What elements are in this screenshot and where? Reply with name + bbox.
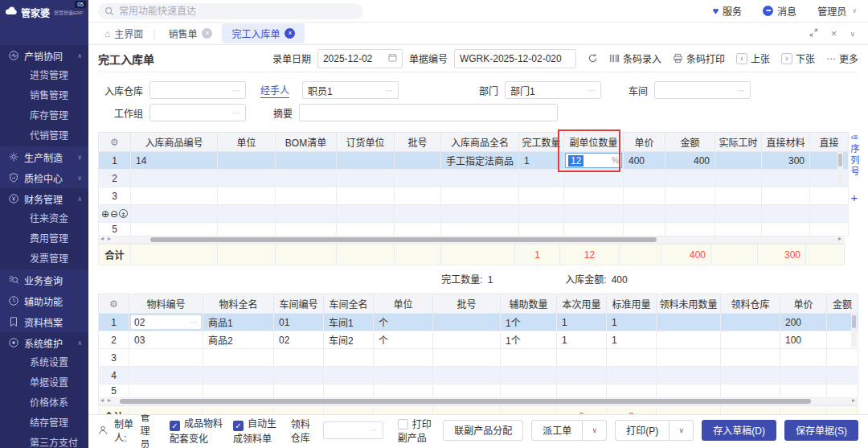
- grid-cell[interactable]: [721, 367, 780, 384]
- scrollbar-thumb[interactable]: [120, 399, 811, 404]
- grid-cell[interactable]: [519, 223, 564, 236]
- sidebar-item[interactable]: 辅助功能: [0, 290, 88, 311]
- expand-icon[interactable]: [809, 28, 818, 39]
- grid-cell[interactable]: [501, 349, 557, 367]
- grid-cell[interactable]: [624, 170, 665, 187]
- grid-cell[interactable]: [762, 187, 810, 205]
- grid-cell[interactable]: [665, 170, 715, 187]
- grid-cell[interactable]: 300: [762, 152, 810, 170]
- workgroup-input[interactable]: ⋯: [149, 104, 246, 121]
- grid-cell[interactable]: [395, 223, 441, 236]
- grid-cell[interactable]: [441, 187, 519, 205]
- grid-cell[interactable]: [564, 205, 624, 223]
- grid-cell[interactable]: [276, 205, 337, 223]
- record-date-input[interactable]: 2025-12-02: [317, 49, 403, 68]
- save-document-button[interactable]: 保存单据(S): [784, 420, 858, 441]
- barcode-entry-button[interactable]: 条码录入: [609, 51, 661, 65]
- horizontal-scrollbar[interactable]: ◂▸▸: [98, 236, 844, 244]
- grid-cell[interactable]: [218, 205, 276, 223]
- more-button[interactable]: ⋯ 更多: [826, 51, 858, 65]
- grid-cell[interactable]: 车间1: [324, 314, 374, 331]
- grid-cell[interactable]: [665, 205, 715, 223]
- insert-row-icon[interactable]: ±: [119, 209, 128, 218]
- summary-input[interactable]: [299, 104, 558, 121]
- quick-search[interactable]: [98, 3, 363, 19]
- ellipsis-icon[interactable]: ⋯: [229, 86, 240, 95]
- grid-cell[interactable]: [395, 152, 441, 170]
- subunit-qty-editor[interactable]: 12%: [565, 153, 622, 168]
- grid-cell[interactable]: 14: [131, 152, 218, 170]
- tab-completion-receipt[interactable]: 完工入库单 ×: [222, 23, 305, 43]
- grid-cell[interactable]: [218, 223, 276, 236]
- grid-cell[interactable]: 02⋯: [129, 314, 203, 331]
- grid-cell[interactable]: [762, 223, 810, 236]
- grid-cell[interactable]: [433, 367, 501, 384]
- grid-cell[interactable]: 400: [665, 152, 715, 170]
- barcode-print-button[interactable]: 条码打印: [673, 51, 725, 65]
- sidebar-item[interactable]: 生产制造∨: [0, 146, 88, 167]
- grid-cell[interactable]: [433, 331, 501, 349]
- ellipsis-icon[interactable]: ⋯: [366, 425, 378, 434]
- grid-cell[interactable]: [715, 223, 762, 236]
- sidebar-subitem[interactable]: 价格体系: [0, 393, 88, 413]
- grid-cell[interactable]: 个: [374, 314, 433, 331]
- grid-cell[interactable]: [337, 205, 395, 223]
- grid-cell[interactable]: [501, 367, 557, 384]
- grid-cell[interactable]: [657, 331, 721, 349]
- grid-cell[interactable]: [324, 384, 374, 398]
- grid-cell[interactable]: [665, 223, 715, 236]
- grid-cell[interactable]: [395, 187, 441, 205]
- grid-cell[interactable]: 1: [557, 331, 607, 349]
- grid-cell[interactable]: [324, 367, 374, 384]
- grid-cell[interactable]: [607, 349, 657, 367]
- horizontal-scrollbar[interactable]: ◂▸▸: [98, 398, 858, 405]
- sidebar-item[interactable]: 财务管理∧: [0, 188, 88, 209]
- messages-menu[interactable]: ••• 消息: [763, 4, 796, 18]
- grid-cell[interactable]: [203, 367, 274, 384]
- grid-cell[interactable]: [131, 205, 218, 223]
- grid-cell[interactable]: [657, 349, 721, 367]
- grid-cell[interactable]: 车间2: [324, 331, 374, 349]
- sidebar-item[interactable]: 系统维护∧: [0, 332, 88, 353]
- grid-cell[interactable]: [395, 170, 441, 187]
- tab-home[interactable]: ⌂ 主界面: [98, 23, 149, 44]
- material-code-editor[interactable]: 02⋯: [130, 314, 202, 330]
- scroll-left-icon[interactable]: ◂: [100, 235, 104, 242]
- sidebar-subitem[interactable]: 第三方支付: [0, 434, 88, 448]
- grid-cell[interactable]: [441, 205, 519, 223]
- grid-cell[interactable]: [657, 384, 721, 398]
- grid-cell[interactable]: 1: [607, 331, 657, 349]
- grid-cell[interactable]: [762, 170, 810, 187]
- grid-cell[interactable]: 个: [374, 331, 433, 349]
- sidebar-subitem[interactable]: 进货管理: [0, 66, 88, 86]
- grid-cell[interactable]: [827, 349, 858, 367]
- grid-cell[interactable]: [721, 349, 780, 367]
- grid-cell[interactable]: [441, 223, 519, 236]
- serial-panel-icon[interactable]: ‹≡: [850, 134, 858, 142]
- grid-cell[interactable]: 商品1: [203, 314, 274, 331]
- service-menu[interactable]: ♥ 服务: [712, 4, 742, 18]
- ellipsis-icon[interactable]: ⋯: [229, 109, 240, 117]
- prev-doc-button[interactable]: ‹ 上张: [736, 51, 770, 65]
- grid-cell[interactable]: [276, 170, 337, 187]
- grid-cell[interactable]: 1个: [501, 331, 557, 349]
- close-icon[interactable]: ×: [285, 28, 295, 39]
- add-icon[interactable]: +: [851, 191, 858, 204]
- grid-cell[interactable]: [337, 187, 395, 205]
- grid-cell[interactable]: [624, 187, 665, 205]
- grid-cell[interactable]: [131, 223, 218, 236]
- grid-cell[interactable]: [657, 367, 721, 384]
- grid-cell[interactable]: [665, 187, 715, 205]
- grid-cell[interactable]: 02: [274, 331, 324, 349]
- sidebar-subitem[interactable]: 费用管理: [0, 229, 88, 249]
- grid-cell[interactable]: [519, 205, 564, 223]
- grid-cell[interactable]: [721, 314, 780, 331]
- grid-cell[interactable]: [131, 187, 218, 205]
- grid-cell[interactable]: [129, 349, 203, 367]
- sidebar-subitem[interactable]: 系统设置: [0, 353, 88, 373]
- sidebar-subitem[interactable]: 代销管理: [0, 126, 88, 146]
- vertical-scrollbar[interactable]: [837, 152, 843, 186]
- grid-cell[interactable]: [274, 349, 324, 367]
- sidebar-subitem[interactable]: 往来资金: [0, 209, 88, 229]
- scroll-right-icon[interactable]: ▸: [108, 397, 111, 404]
